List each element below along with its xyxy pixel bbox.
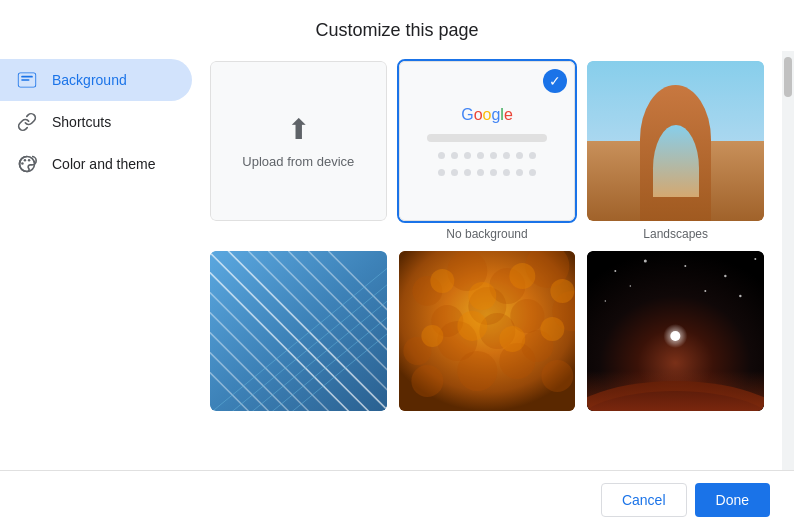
trees-image bbox=[399, 251, 576, 411]
shortcuts-label: Shortcuts bbox=[52, 114, 111, 130]
done-button[interactable]: Done bbox=[695, 483, 770, 517]
landscape-image bbox=[587, 61, 764, 221]
dialog-title: Customize this page bbox=[24, 20, 770, 41]
dialog-header: Customize this page bbox=[0, 0, 794, 51]
dot bbox=[503, 169, 510, 176]
list-item: Google bbox=[397, 59, 578, 241]
dialog-footer: Cancel Done bbox=[0, 470, 794, 529]
svg-point-54 bbox=[540, 317, 564, 341]
svg-point-6 bbox=[24, 159, 27, 162]
scrollbar-thumb[interactable] bbox=[784, 57, 792, 97]
shortcuts-icon bbox=[16, 111, 38, 133]
svg-point-48 bbox=[468, 282, 496, 310]
search-bar-mock bbox=[427, 134, 548, 142]
background-label: Background bbox=[52, 72, 127, 88]
scrollbar-track[interactable] bbox=[782, 51, 794, 470]
dot bbox=[451, 169, 458, 176]
svg-point-51 bbox=[421, 325, 443, 347]
svg-point-65 bbox=[605, 300, 607, 302]
no-bg-label: No background bbox=[397, 227, 578, 241]
svg-point-53 bbox=[499, 326, 525, 352]
svg-point-49 bbox=[509, 263, 535, 289]
svg-point-5 bbox=[21, 162, 24, 165]
list-item bbox=[208, 249, 389, 413]
list-item: Landscapes bbox=[585, 59, 766, 241]
svg-point-47 bbox=[430, 269, 454, 293]
svg-point-52 bbox=[457, 311, 487, 341]
architecture-tile[interactable] bbox=[208, 249, 389, 413]
dot bbox=[464, 152, 471, 159]
dot bbox=[516, 152, 523, 159]
dot bbox=[529, 169, 536, 176]
svg-point-43 bbox=[411, 365, 443, 397]
sidebar-item-shortcuts[interactable]: Shortcuts bbox=[0, 101, 192, 143]
dot bbox=[490, 152, 497, 159]
dot bbox=[477, 152, 484, 159]
trees-tile[interactable] bbox=[397, 249, 578, 413]
landscapes-tile[interactable] bbox=[585, 59, 766, 223]
svg-rect-8 bbox=[210, 251, 387, 411]
svg-point-44 bbox=[457, 351, 497, 391]
architecture-image bbox=[210, 251, 387, 411]
upload-label: Upload from device bbox=[242, 154, 354, 169]
sidebar-item-background[interactable]: Background bbox=[0, 59, 192, 101]
svg-point-46 bbox=[541, 360, 573, 392]
svg-rect-3 bbox=[21, 79, 29, 81]
sidebar: Background Shortcuts bbox=[0, 51, 200, 470]
svg-point-59 bbox=[664, 324, 688, 348]
svg-point-7 bbox=[28, 159, 31, 162]
background-grid: ⬆ Upload from device Google bbox=[208, 59, 766, 413]
dot bbox=[503, 152, 510, 159]
dot bbox=[438, 152, 445, 159]
svg-point-61 bbox=[644, 260, 647, 263]
main-content: ⬆ Upload from device Google bbox=[200, 51, 782, 470]
background-icon bbox=[16, 69, 38, 91]
svg-point-63 bbox=[724, 275, 726, 277]
dot bbox=[438, 169, 445, 176]
space-tile[interactable] bbox=[585, 249, 766, 413]
svg-rect-2 bbox=[21, 76, 33, 78]
upload-tile[interactable]: ⬆ Upload from device bbox=[208, 59, 389, 223]
svg-point-60 bbox=[615, 270, 617, 272]
dots-row-1 bbox=[438, 152, 536, 159]
list-item bbox=[397, 249, 578, 413]
svg-point-66 bbox=[739, 295, 741, 297]
svg-point-62 bbox=[685, 265, 687, 267]
svg-point-68 bbox=[705, 290, 707, 292]
list-item: ⬆ Upload from device bbox=[208, 59, 389, 241]
landscapes-label: Landscapes bbox=[585, 227, 766, 241]
dialog-body: Background Shortcuts bbox=[0, 51, 794, 470]
color-theme-label: Color and theme bbox=[52, 156, 156, 172]
dot bbox=[451, 152, 458, 159]
upload-inner: ⬆ Upload from device bbox=[210, 61, 387, 221]
cancel-button[interactable]: Cancel bbox=[601, 483, 687, 517]
no-background-tile[interactable]: Google bbox=[397, 59, 578, 223]
space-image bbox=[587, 251, 764, 411]
sidebar-item-color-theme[interactable]: Color and theme bbox=[0, 143, 192, 185]
dot bbox=[516, 169, 523, 176]
list-item bbox=[585, 249, 766, 413]
dot bbox=[464, 169, 471, 176]
svg-point-50 bbox=[550, 279, 574, 303]
dot bbox=[477, 169, 484, 176]
svg-point-67 bbox=[630, 285, 632, 287]
dot bbox=[529, 152, 536, 159]
customize-dialog: Customize this page Background bbox=[0, 0, 794, 529]
dots-row-2 bbox=[438, 169, 536, 176]
svg-point-64 bbox=[755, 258, 757, 260]
color-theme-icon bbox=[16, 153, 38, 175]
upload-icon: ⬆ bbox=[287, 113, 310, 146]
google-logo: Google bbox=[461, 106, 513, 124]
dot bbox=[490, 169, 497, 176]
